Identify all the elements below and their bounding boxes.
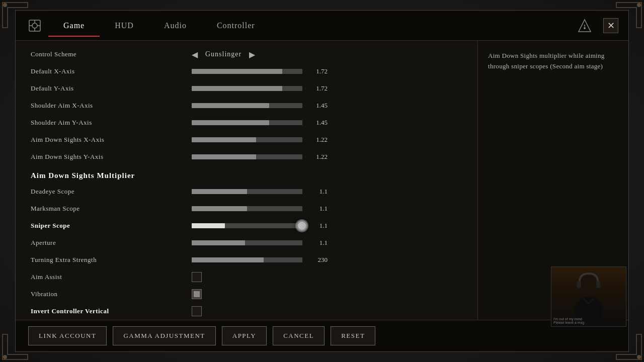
settings-list: Control Scheme ◀ Gunslinger ▶ Default X-… [16, 41, 477, 320]
axis-slider-container-0: 1.72 [192, 67, 328, 75]
toggle-checkbox-1[interactable] [192, 289, 202, 299]
control-scheme-label: Control Scheme [31, 50, 192, 58]
toggle-label-1: Vibration [31, 290, 192, 298]
multiplier-slider-track-0[interactable] [192, 189, 302, 194]
multiplier-slider-fill-2 [192, 223, 225, 228]
svg-point-12 [580, 275, 598, 295]
multiplier-row-0: Deadeye Scope 1.1 [31, 183, 462, 200]
toggle-checkbox-2[interactable] [192, 306, 202, 316]
axis-slider-container-1: 1.72 [192, 84, 328, 93]
axis-label-2: Shoulder Aim X-Axis [31, 102, 192, 110]
axis-slider-fill-0 [192, 69, 282, 74]
multiplier-slider-container-2: 1.1 [192, 222, 328, 230]
axis-row-0: Default X-Axis 1.72 [31, 63, 462, 80]
multiplier-slider-container-1: 1.1 [192, 205, 328, 213]
prev-scheme-button[interactable]: ◀ [192, 50, 198, 59]
axis-slider-track-3[interactable] [192, 120, 302, 125]
axis-value-5: 1.22 [307, 153, 328, 161]
tab-audio[interactable]: Audio [149, 15, 202, 36]
axis-value-4: 1.22 [307, 136, 328, 144]
axis-slider-track-4[interactable] [192, 137, 302, 142]
axis-slider-fill-3 [192, 120, 269, 125]
multiplier-slider-track-2[interactable] [192, 223, 302, 228]
cancel-button[interactable]: CANCEL [273, 326, 325, 345]
toggle-control-0 [192, 272, 462, 282]
corner-decoration-bl [0, 332, 30, 362]
axis-slider-container-3: 1.45 [192, 119, 328, 127]
multiplier-value-0: 1.1 [307, 188, 328, 196]
multiplier-slider-fill-3 [192, 240, 245, 245]
toggle-control-2 [192, 306, 462, 316]
turning-row: Turning Extra Strength 230 [31, 251, 462, 268]
axis-row-1: Default Y-Axis 1.72 [31, 80, 462, 97]
turning-label: Turning Extra Strength [31, 256, 192, 264]
axis-slider-track-5[interactable] [192, 154, 302, 159]
axis-row-2: Shoulder Aim X-Axis 1.45 [31, 97, 462, 114]
link-account-button[interactable]: LINK ACCOUNT [28, 326, 107, 345]
axis-control-4: 1.22 [192, 136, 462, 144]
axis-value-2: 1.45 [307, 102, 328, 110]
axis-control-2: 1.45 [192, 102, 462, 110]
tab-controller[interactable]: Controller [202, 15, 270, 36]
control-nav: ◀ Gunslinger ▶ [192, 50, 255, 59]
sniper-scope-knob[interactable] [296, 220, 307, 231]
svg-point-3 [637, 355, 641, 359]
multiplier-value-1: 1.1 [307, 205, 328, 213]
turning-slider-fill [192, 257, 264, 262]
multiplier-slider-container-3: 1.1 [192, 239, 328, 247]
tab-game[interactable]: Game [48, 15, 100, 36]
axis-control-5: 1.22 [192, 153, 462, 161]
multiplier-row-2: Sniper Scope 1.1 [31, 217, 462, 234]
axis-slider-fill-5 [192, 154, 256, 159]
axis-control-1: 1.72 [192, 84, 462, 93]
axis-settings-group: Default X-Axis 1.72 Default Y-Axis 1.72 [31, 63, 462, 165]
axis-control-3: 1.45 [192, 119, 462, 127]
control-scheme-row: Control Scheme ◀ Gunslinger ▶ [31, 46, 462, 63]
gamma-adjustment-button[interactable]: GAMMA ADJUSTMENT [113, 326, 215, 345]
multiplier-value-3: 1.1 [307, 239, 328, 247]
turning-slider-container: 230 [192, 256, 328, 264]
multiplier-slider-track-3[interactable] [192, 240, 302, 245]
svg-point-0 [3, 3, 7, 7]
axis-slider-container-4: 1.22 [192, 136, 328, 144]
multiplier-row-1: Marksman Scope 1.1 [31, 200, 462, 217]
axis-slider-track-2[interactable] [192, 103, 302, 108]
webcam-person: I'm out of my mind Please leave a msg [551, 267, 626, 326]
multiplier-row-3: Aperture 1.1 [31, 234, 462, 251]
next-scheme-button[interactable]: ▶ [249, 50, 255, 59]
axis-slider-container-5: 1.22 [192, 153, 328, 161]
toggle-row-1: Vibration [31, 286, 462, 303]
multiplier-value-2: 1.1 [307, 222, 328, 230]
toggle-control-1 [192, 289, 462, 299]
axis-value-0: 1.72 [307, 67, 328, 75]
webcam-overlay: I'm out of my mind Please leave a msg [551, 266, 626, 327]
reset-button[interactable]: RESET [331, 326, 375, 345]
axis-control-0: 1.72 [192, 67, 462, 75]
turning-control: 230 [192, 256, 462, 264]
multiplier-slider-track-1[interactable] [192, 206, 302, 211]
multiplier-section-header: Aim Down Sights Multiplier [31, 165, 462, 183]
toggle-settings-group: Aim Assist Vibration Invert Controller V… [31, 268, 462, 320]
multiplier-label-2: Sniper Scope [31, 222, 192, 230]
tab-hud[interactable]: HUD [100, 15, 149, 36]
svg-rect-13 [577, 281, 581, 288]
axis-slider-track-1[interactable] [192, 86, 302, 91]
corner-decoration-tr [614, 0, 644, 30]
multiplier-slider-container-0: 1.1 [192, 188, 328, 196]
multiplier-control-1: 1.1 [192, 205, 462, 213]
content-area: Control Scheme ◀ Gunslinger ▶ Default X-… [16, 41, 628, 320]
axis-row-4: Aim Down Sights X-Axis 1.22 [31, 131, 462, 148]
axis-slider-track-0[interactable] [192, 69, 302, 74]
scheme-value: Gunslinger [205, 50, 242, 58]
tab-icon-right [576, 17, 593, 34]
info-text: Aim Down Sights multiplier while aiming … [488, 51, 618, 72]
axis-label-5: Aim Down Sights Y-Axis [31, 153, 192, 161]
toggle-checkbox-0[interactable] [192, 272, 202, 282]
axis-slider-fill-4 [192, 137, 256, 142]
turning-slider-track[interactable] [192, 257, 302, 262]
apply-button[interactable]: APPLY [222, 326, 267, 345]
multiplier-settings-group: Deadeye Scope 1.1 Marksman Scope [31, 183, 462, 251]
multiplier-slider-fill-0 [192, 189, 247, 194]
axis-label-3: Shoulder Aim Y-Axis [31, 119, 192, 127]
axis-row-3: Shoulder Aim Y-Axis 1.45 [31, 114, 462, 131]
